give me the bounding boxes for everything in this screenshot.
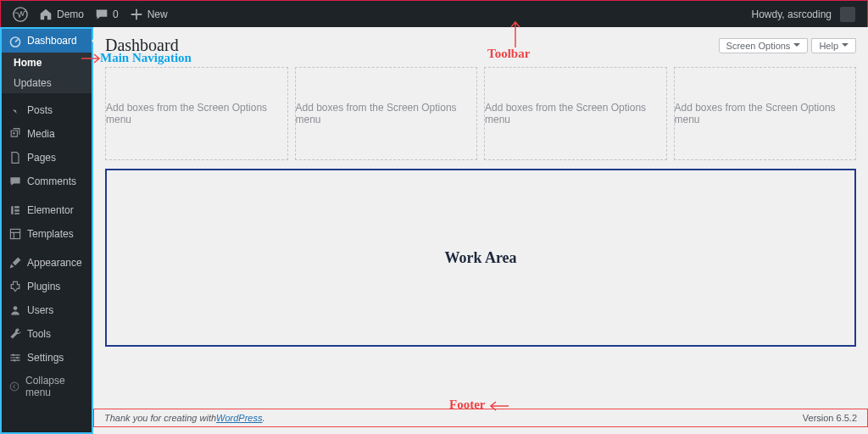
work-area-region: Dashboard Screen Options Help Add boxes … — [93, 27, 868, 434]
sidebar-item-tools[interactable]: Tools — [2, 322, 92, 346]
footer: Thank you for creating with WordPress . … — [93, 409, 868, 427]
templates-icon — [8, 227, 22, 241]
empty-hint: Add boxes from the Screen Options menu — [675, 102, 856, 125]
sidebar-item-label: Plugins — [27, 281, 60, 292]
sidebar-item-users[interactable]: Users — [2, 298, 92, 322]
avatar — [840, 7, 855, 22]
screen-options-toggle[interactable]: Screen Options — [719, 38, 809, 53]
wordpress-icon — [13, 7, 28, 22]
svg-point-12 — [10, 382, 19, 391]
sidebar-item-templates[interactable]: Templates — [2, 222, 92, 246]
svg-point-8 — [14, 306, 18, 310]
sidebar-item-label: Appearance — [27, 257, 82, 269]
sidebar-item-label: Home — [14, 57, 42, 69]
sidebar-item-dashboard[interactable]: Dashboard — [2, 29, 92, 53]
sidebar-item-comments[interactable]: Comments — [2, 170, 92, 193]
sidebar-item-label: Dashboard — [27, 35, 77, 47]
sidebar-item-appearance[interactable]: Appearance — [2, 251, 92, 275]
sidebar-item-label: Settings — [27, 352, 64, 364]
metabox-drop-zone[interactable]: Add boxes from the Screen Options menu — [484, 67, 667, 160]
sidebar-collapse[interactable]: Collapse menu — [2, 370, 92, 403]
footer-thankyou-prefix: Thank you for creating with — [104, 413, 216, 423]
sliders-icon — [8, 351, 22, 364]
collapse-icon — [8, 380, 20, 393]
help-toggle[interactable]: Help — [811, 38, 856, 53]
pin-icon — [8, 103, 22, 117]
sidebar-item-label: Updates — [14, 77, 52, 89]
plugin-icon — [8, 280, 22, 293]
dashboard-widgets-holder: Add boxes from the Screen Options menu A… — [105, 67, 856, 160]
toolbar: Demo 0 New Howdy, asrcoding — [0, 0, 868, 27]
site-name-label: Demo — [57, 8, 84, 20]
svg-rect-3 — [11, 206, 13, 214]
main-navigation: Dashboard Home Updates Posts Media Pages… — [0, 27, 93, 434]
sidebar-item-settings[interactable]: Settings — [2, 346, 92, 370]
sidebar-item-elementor[interactable]: Elementor — [2, 198, 92, 222]
empty-hint: Add boxes from the Screen Options menu — [296, 102, 477, 125]
sidebar-subitem-updates[interactable]: Updates — [2, 73, 92, 93]
comments-count: 0 — [113, 8, 119, 20]
sidebar-item-label: Tools — [27, 328, 51, 340]
elementor-icon — [8, 203, 22, 217]
svg-point-10 — [16, 357, 18, 359]
annotation-work-area-label: Work Area — [444, 249, 516, 267]
page-title: Dashboard — [105, 36, 179, 55]
chevron-down-icon — [793, 43, 800, 50]
wp-logo-menu[interactable] — [8, 1, 33, 27]
svg-rect-7 — [10, 229, 19, 238]
metabox-drop-zone[interactable]: Add boxes from the Screen Options menu — [105, 67, 288, 160]
svg-rect-6 — [14, 213, 19, 214]
comments-menu[interactable]: 0 — [89, 1, 124, 27]
svg-point-11 — [14, 359, 15, 361]
site-name-menu[interactable]: Demo — [33, 1, 89, 27]
svg-point-9 — [12, 354, 14, 356]
howdy-text: Howdy, asrcoding — [752, 8, 832, 20]
sidebar-item-label: Comments — [27, 175, 76, 187]
footer-wordpress-link[interactable]: WordPress — [216, 413, 262, 423]
help-label: Help — [819, 41, 838, 51]
sidebar-item-label: Users — [27, 304, 53, 316]
metabox-drop-zone[interactable]: Add boxes from the Screen Options menu — [295, 67, 478, 160]
home-icon — [38, 7, 53, 22]
empty-hint: Add boxes from the Screen Options menu — [106, 102, 287, 125]
screen-options-label: Screen Options — [726, 41, 791, 51]
work-area-highlight: Work Area — [105, 169, 856, 347]
dashboard-icon — [8, 34, 22, 47]
sidebar-item-label: Templates — [27, 228, 74, 240]
metabox-drop-zone[interactable]: Add boxes from the Screen Options menu — [674, 67, 857, 160]
svg-point-2 — [13, 132, 14, 134]
svg-rect-4 — [14, 206, 19, 208]
new-label: New — [147, 8, 168, 20]
footer-version: Version 6.5.2 — [803, 413, 857, 423]
comment-icon — [94, 7, 109, 22]
sidebar-item-label: Media — [27, 128, 55, 140]
sidebar-item-media[interactable]: Media — [2, 122, 92, 146]
sidebar-item-label: Elementor — [27, 204, 74, 216]
sidebar-subitem-home[interactable]: Home — [2, 53, 92, 73]
wrench-icon — [8, 327, 22, 341]
comment-icon — [8, 175, 22, 188]
user-icon — [8, 303, 22, 317]
sidebar-item-label: Posts — [27, 104, 53, 116]
chevron-down-icon — [842, 43, 849, 50]
sidebar-item-label: Collapse menu — [25, 375, 85, 398]
sidebar-item-label: Pages — [27, 152, 56, 164]
sidebar-item-pages[interactable]: Pages — [2, 146, 92, 170]
plus-icon — [129, 7, 144, 22]
sidebar-item-posts[interactable]: Posts — [2, 98, 92, 122]
footer-thankyou-suffix: . — [262, 413, 264, 423]
sidebar-item-plugins[interactable]: Plugins — [2, 275, 92, 298]
svg-rect-5 — [14, 209, 19, 211]
media-icon — [8, 127, 22, 141]
new-content-menu[interactable]: New — [124, 1, 173, 27]
my-account-menu[interactable]: Howdy, asrcoding — [747, 1, 861, 27]
brush-icon — [8, 256, 22, 270]
page-icon — [8, 151, 22, 164]
empty-hint: Add boxes from the Screen Options menu — [485, 102, 666, 125]
